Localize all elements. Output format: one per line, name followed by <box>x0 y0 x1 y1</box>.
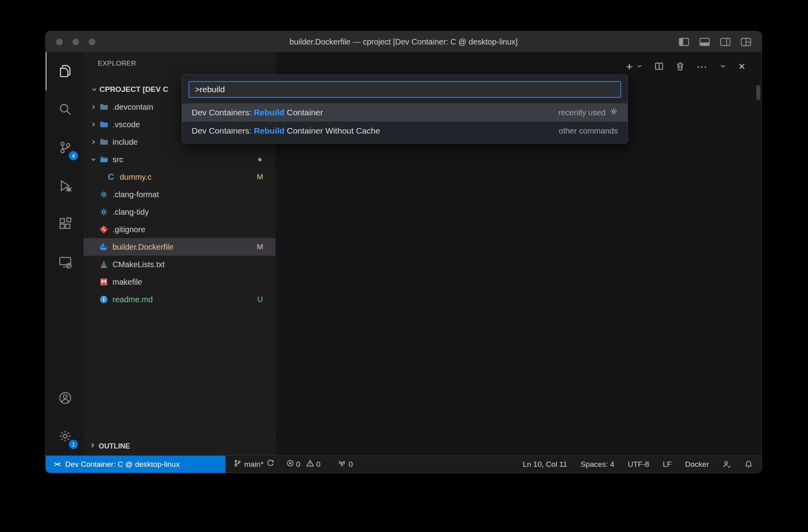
split-editor-icon[interactable] <box>655 62 664 72</box>
activity-search[interactable] <box>46 90 84 128</box>
git-status-badge: M <box>256 173 264 181</box>
new-terminal-icon[interactable]: + <box>626 61 633 73</box>
activity-account[interactable] <box>46 379 84 417</box>
scm-badge: 4 <box>69 151 78 160</box>
gear-file-icon <box>99 189 109 200</box>
activity-source-control[interactable]: 4 <box>46 128 84 167</box>
toggle-primary-sidebar-icon[interactable] <box>679 38 689 46</box>
docker-file-icon <box>99 242 109 252</box>
panel-chevron-down-icon[interactable] <box>719 62 726 71</box>
chevron-down-icon <box>88 156 99 163</box>
warning-icon <box>306 459 314 469</box>
title-bar: builder.Dockerfile — cproject [Dev Conta… <box>46 31 761 52</box>
git-status-badge: U <box>256 295 264 304</box>
status-bar: >< Dev Container: C @ desktop-linux main… <box>46 455 761 473</box>
c-file-icon: C <box>106 172 116 182</box>
traffic-lights <box>56 31 95 52</box>
git-branch-status[interactable]: main* <box>233 459 274 469</box>
window-title: builder.Dockerfile — cproject [Dev Conta… <box>289 37 518 47</box>
activity-remote-explorer[interactable] <box>46 243 84 281</box>
sidebar-title: EXPLORER <box>84 52 276 75</box>
tree-item-dummy-c[interactable]: C dummy.c M <box>84 168 276 186</box>
notifications-bell-icon[interactable] <box>744 460 753 468</box>
folder-icon <box>99 102 109 112</box>
command-meta-label: recently used <box>558 108 606 117</box>
chevron-right-icon <box>88 121 99 128</box>
ports-status[interactable]: 0 <box>338 459 353 469</box>
error-icon <box>286 459 294 469</box>
customize-layout-icon[interactable] <box>741 38 751 46</box>
vscode-window: builder.Dockerfile — cproject [Dev Conta… <box>45 31 762 473</box>
launch-profile-chevron-icon[interactable] <box>636 63 643 71</box>
toggle-secondary-sidebar-icon[interactable] <box>720 38 730 46</box>
panel-toolbar: + ⋯ ✕ <box>626 61 746 73</box>
command-results: Dev Containers: Rebuild Container recent… <box>182 103 627 140</box>
settings-badge: 1 <box>69 440 78 449</box>
tree-item-clang-format[interactable]: .clang-format <box>84 186 276 203</box>
more-actions-icon[interactable]: ⋯ <box>697 62 707 72</box>
activity-run-debug[interactable] <box>46 167 84 205</box>
maximize-window-button[interactable] <box>89 39 95 45</box>
search-icon <box>58 103 72 116</box>
folder-icon <box>99 137 109 147</box>
tree-item-builder-dockerfile[interactable]: builder.Dockerfile M <box>84 238 276 256</box>
command-palette: >rebuild Dev Containers: Rebuild Contain… <box>182 74 628 144</box>
folder-open-icon <box>99 154 109 165</box>
tree-item-readme[interactable]: readme.md U <box>84 291 276 308</box>
account-icon <box>58 391 72 405</box>
branch-icon <box>233 459 241 469</box>
problems-status[interactable]: 0 0 <box>286 459 324 469</box>
git-file-icon <box>99 224 109 235</box>
tree-item-clang-tidy[interactable]: .clang-tidy <box>84 203 276 221</box>
cursor-position[interactable]: Ln 10, Col 11 <box>523 460 567 469</box>
close-panel-icon[interactable]: ✕ <box>738 62 746 71</box>
activity-explorer[interactable] <box>46 52 84 90</box>
eol-status[interactable]: LF <box>663 460 672 469</box>
tree-item-cmakelists[interactable]: CMakeLists.txt <box>84 256 276 273</box>
remote-icon: >< <box>54 460 61 468</box>
trash-icon[interactable] <box>676 62 685 72</box>
chevron-right-icon <box>88 138 99 146</box>
tree-item-src[interactable]: src <box>84 151 276 168</box>
files-icon <box>58 64 72 78</box>
scrollbar-thumb[interactable] <box>756 85 760 100</box>
command-meta-label: other commands <box>559 126 618 136</box>
activity-extensions[interactable] <box>46 205 84 243</box>
chevron-right-icon <box>89 442 96 451</box>
cmake-file-icon <box>99 259 109 270</box>
feedback-person-icon[interactable] <box>723 460 731 468</box>
modified-dot <box>258 158 262 161</box>
close-window-button[interactable] <box>56 39 63 45</box>
toggle-panel-icon[interactable] <box>699 38 710 46</box>
configure-keybinding-gear-icon[interactable] <box>610 107 618 118</box>
indentation-status[interactable]: Spaces: 4 <box>581 460 614 469</box>
tree-item-gitignore[interactable]: .gitignore <box>84 221 276 238</box>
chevron-down-icon <box>89 86 99 93</box>
activity-settings[interactable]: 1 <box>46 417 84 455</box>
minimize-window-button[interactable] <box>72 39 79 45</box>
activity-bar: 4 <box>46 52 84 455</box>
language-mode[interactable]: Docker <box>685 460 709 469</box>
run-debug-icon <box>58 179 72 192</box>
sync-icon <box>266 459 274 469</box>
info-file-icon <box>99 294 109 305</box>
tree-item-makefile[interactable]: makefile <box>84 273 276 291</box>
gear-file-icon <box>99 207 109 217</box>
outline-section[interactable]: OUTLINE <box>84 437 276 455</box>
radio-tower-icon <box>338 459 346 469</box>
makefile-icon <box>99 277 109 287</box>
remote-label: Dev Container: C @ desktop-linux <box>65 460 180 469</box>
git-status-badge: M <box>256 243 264 251</box>
folder-icon <box>99 119 109 130</box>
remote-explorer-icon <box>58 255 72 269</box>
command-item-rebuild-without-cache[interactable]: Dev Containers: Rebuild Container Withou… <box>182 122 627 140</box>
extensions-icon <box>58 217 72 231</box>
command-input[interactable]: >rebuild <box>188 81 621 98</box>
encoding-status[interactable]: UTF-8 <box>628 460 649 469</box>
command-item-rebuild-container[interactable]: Dev Containers: Rebuild Container recent… <box>182 103 627 122</box>
remote-indicator[interactable]: >< Dev Container: C @ desktop-linux <box>46 456 225 473</box>
chevron-right-icon <box>88 103 99 111</box>
